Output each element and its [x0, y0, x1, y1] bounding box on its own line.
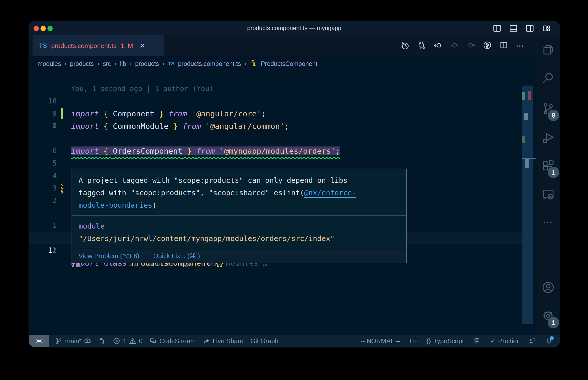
- line-number: 2: [29, 194, 57, 207]
- split-editor-icon[interactable]: [499, 41, 508, 51]
- code-line-error: 8 import { OrdersComponent } from '@myng…: [29, 107, 537, 120]
- settings-badge: 1: [548, 317, 559, 328]
- remote-indicator[interactable]: ><: [29, 335, 49, 347]
- status-bar: >< main* 1 0 CodeStream Live: [29, 335, 560, 347]
- publish-cloud-icon: [84, 337, 91, 345]
- error-message: A project tagged with "scope:products" c…: [72, 169, 406, 215]
- live-share-icon: [203, 337, 210, 345]
- eslint-rule-link[interactable]: module-boundaries: [79, 201, 152, 209]
- error-icon: [113, 337, 120, 345]
- line-number: 6: [29, 145, 57, 157]
- code-line: 10 import { Component } from '@angular/c…: [29, 83, 537, 95]
- gutter-modified-indicator: [61, 183, 63, 194]
- overview-error-mark: [528, 91, 531, 100]
- compare-changes-icon[interactable]: [417, 41, 426, 51]
- github-item[interactable]: [473, 337, 481, 345]
- chevron-right-icon: ›: [115, 60, 117, 67]
- notification-dot: [550, 336, 554, 340]
- vscode-window: products.component.ts — myngapp TS produ…: [29, 21, 560, 347]
- toggle-panel-icon[interactable]: [508, 23, 518, 34]
- source-control-graph-icon[interactable]: [483, 41, 492, 51]
- close-tab-icon[interactable]: ✕: [139, 42, 145, 50]
- overview-added-mark: [522, 92, 525, 100]
- extensions-badge: 1: [548, 167, 559, 178]
- git-branch-item[interactable]: main*: [55, 337, 91, 345]
- breadcrumb-lib[interactable]: lib: [120, 60, 126, 67]
- breadcrumb-src[interactable]: src: [103, 60, 111, 67]
- quick-fix-link[interactable]: Quick Fix... (⌘.): [153, 252, 200, 260]
- line-number: 5: [29, 157, 57, 170]
- code-editor[interactable]: You, 1 second ago | 1 author (You) 10 im…: [29, 71, 537, 335]
- problems-item[interactable]: 1 0: [113, 337, 142, 345]
- git-branch-icon: [55, 337, 63, 345]
- prettier-item[interactable]: ✓ Prettier: [490, 337, 519, 345]
- check-icon: ✓: [490, 337, 496, 345]
- compare-refs-icon: [98, 337, 106, 345]
- source-control-badge: 8: [548, 110, 559, 121]
- tab-products-component[interactable]: TS products.component.ts 1, M ✕: [33, 35, 164, 56]
- activity-bar: 8 1 ⋯ 1: [537, 35, 560, 335]
- breadcrumb-symbol[interactable]: ProductsComponent: [261, 60, 317, 67]
- overview-cursor-mark: [525, 159, 529, 168]
- line-number: 7: [29, 120, 57, 132]
- remote-explorer-icon[interactable]: [537, 183, 560, 206]
- breadcrumb-products-2[interactable]: products: [135, 60, 159, 67]
- scrollbar-thumb[interactable]: [522, 86, 533, 324]
- tab-bar: TS products.component.ts 1, M ✕ ⋯: [29, 35, 560, 56]
- codestream-item[interactable]: CodeStream: [149, 337, 196, 345]
- warning-icon: [129, 337, 136, 345]
- chevron-right-icon: ›: [65, 60, 67, 67]
- ts-file-icon: TS: [168, 61, 175, 67]
- tab-label: products.component.ts: [51, 42, 117, 50]
- toggle-secondary-sidebar-icon[interactable]: [525, 23, 535, 34]
- blame-annotation-row: You, 1 second ago | 1 author (You): [29, 70, 537, 83]
- toggle-primary-sidebar-icon[interactable]: [492, 23, 502, 34]
- additional-views-icon[interactable]: ⋯: [537, 210, 560, 234]
- git-graph-item[interactable]: Git Graph: [251, 337, 279, 345]
- titlebar: products.component.ts — myngapp: [29, 21, 560, 35]
- previous-change-icon[interactable]: [450, 41, 459, 51]
- eol-indicator[interactable]: LF: [410, 337, 417, 345]
- scrollbar[interactable]: [522, 71, 537, 335]
- breadcrumb-products[interactable]: products: [70, 60, 94, 67]
- chevron-right-icon: ›: [163, 60, 165, 67]
- overview-cursor-line: [522, 158, 536, 159]
- live-share-item[interactable]: Live Share: [203, 337, 243, 345]
- gutter-added-indicator: [61, 108, 63, 119]
- reviewer-item[interactable]: [528, 337, 536, 345]
- next-change-icon[interactable]: [466, 41, 475, 51]
- overview-selection-mark: [524, 113, 528, 120]
- line-number: 2: [29, 244, 57, 257]
- chevron-right-icon: ›: [130, 60, 132, 67]
- chevron-right-icon: ›: [97, 60, 99, 67]
- line-number: 3: [29, 182, 57, 194]
- more-actions-icon[interactable]: ⋯: [516, 41, 525, 50]
- account-icon[interactable]: [537, 276, 560, 299]
- settings-gear-icon[interactable]: 1: [537, 304, 560, 328]
- class-symbol-icon: [250, 59, 257, 68]
- navigate-back-icon[interactable]: [434, 41, 443, 51]
- code-line: 9 import { CommonModule } from '@angular…: [29, 95, 537, 107]
- extensions-icon[interactable]: 1: [537, 154, 560, 178]
- gitlens-compare-item[interactable]: [98, 337, 106, 345]
- braces-icon: {}: [426, 337, 431, 345]
- breadcrumb-modules[interactable]: modules: [38, 60, 61, 67]
- overview-modified-mark: [522, 136, 525, 143]
- eslint-rule-link[interactable]: @nx/enforce-: [304, 189, 356, 197]
- search-icon[interactable]: [537, 66, 560, 90]
- tab-problem-badge: 1, M: [121, 42, 133, 50]
- breadcrumb: modules › products › src › lib › product…: [29, 56, 537, 71]
- view-problem-link[interactable]: View Problem (⌥F8): [79, 252, 139, 260]
- customize-layout-icon[interactable]: [541, 23, 551, 34]
- run-debug-icon[interactable]: [537, 126, 560, 150]
- source-control-icon[interactable]: 8: [537, 97, 560, 121]
- explorer-icon[interactable]: [537, 38, 560, 62]
- error-hover-popup: A project tagged with "scope:products" c…: [72, 169, 407, 263]
- chevron-right-icon: ›: [244, 60, 246, 67]
- module-info: module "/Users/juri/nrwl/content/myngapp…: [72, 216, 406, 249]
- vim-mode-indicator[interactable]: -- NORMAL --: [360, 337, 400, 345]
- breadcrumb-file[interactable]: products.component.ts: [178, 60, 241, 67]
- timeline-history-icon[interactable]: [401, 41, 410, 51]
- language-mode-item[interactable]: {} TypeScript: [426, 337, 464, 345]
- notifications-item[interactable]: [545, 337, 553, 345]
